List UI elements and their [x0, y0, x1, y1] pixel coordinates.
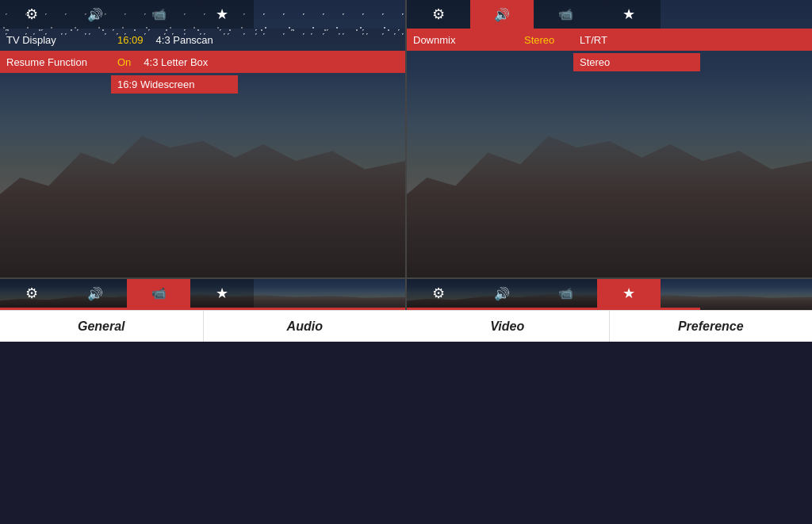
video-panel: ⚙ 🔊 📹 ★ Resolution 480I 480P 576I 576P 7…: [0, 278, 406, 310]
audio-content: ⚙ 🔊 📹 ★ Downmix Stereo LT/RT Stereo: [407, 0, 812, 73]
audio-opt-stereo-row[interactable]: Stereo: [573, 51, 812, 73]
pref-labels: Audio Eng Subtitle Off Disc Menu Eng Par…: [407, 308, 557, 310]
video-tab-gear[interactable]: ⚙: [0, 279, 63, 308]
video-row-resolution[interactable]: Resolution 480I: [0, 308, 405, 310]
audio-panel: ⚙ 🔊 📹 ★ Downmix Stereo LT/RT Stereo: [406, 0, 812, 278]
audio-downmix-value: Stereo: [518, 34, 573, 46]
general-content: ⚙ 🔊 📹 ★ TV Display 16:09 4:3 Panscan Res…: [0, 0, 405, 95]
general-panel: ⚙ 🔊 📹 ★ TV Display 16:09 4:3 Panscan Res…: [0, 0, 406, 278]
general-resume-label: Resume Function: [0, 56, 111, 68]
general-opt-letterbox: 4:3 Letter Box: [137, 56, 214, 68]
general-tvdisplay-value: 16:09: [111, 34, 150, 46]
pref-tab-video[interactable]: 📹: [534, 279, 597, 308]
video-tab-star[interactable]: ★: [190, 279, 254, 308]
general-opt-panscan: 4:3 Panscan: [150, 34, 220, 46]
general-tab-audio[interactable]: 🔊: [63, 0, 127, 29]
audio-tab-audio[interactable]: 🔊: [470, 0, 534, 29]
audio-tab-video[interactable]: 📹: [534, 0, 597, 29]
general-resume-value: On: [111, 56, 137, 68]
pref-opt-english-row[interactable]: English: [557, 308, 700, 310]
audio-opt-stereo: Stereo: [573, 53, 700, 71]
audio-label: Audio: [204, 311, 407, 342]
general-tab-video[interactable]: 📹: [127, 0, 190, 29]
general-opt-widescreen-row[interactable]: 16:9 Widescreen: [111, 73, 405, 95]
pref-row-audio[interactable]: Audio Eng: [407, 308, 557, 310]
general-row-resume[interactable]: Resume Function On 4:3 Letter Box: [0, 51, 405, 73]
video-tabbar: ⚙ 🔊 📹 ★: [0, 279, 405, 308]
general-tabbar: ⚙ 🔊 📹 ★: [0, 0, 405, 29]
pref-tabbar: ⚙ 🔊 📹 ★: [407, 279, 812, 308]
audio-tab-gear[interactable]: ⚙: [407, 0, 470, 29]
audio-downmix-label: Downmix: [407, 34, 518, 46]
audio-opt-ltrt: LT/RT: [573, 34, 614, 46]
video-tab-audio[interactable]: 🔊: [63, 279, 127, 308]
pref-tab-gear[interactable]: ⚙: [407, 279, 470, 308]
general-tab-star[interactable]: ★: [190, 0, 254, 29]
preference-panel: ⚙ 🔊 📹 ★ Audio Eng Subtitle Off: [406, 278, 812, 310]
audio-tabbar: ⚙ 🔊 📹 ★: [407, 0, 812, 29]
general-tab-gear[interactable]: ⚙: [0, 0, 63, 29]
pref-tab-audio[interactable]: 🔊: [470, 279, 534, 308]
audio-row-downmix[interactable]: Downmix Stereo LT/RT: [407, 29, 812, 51]
general-tvdisplay-label: TV Display: [0, 34, 111, 46]
video-label: Video: [406, 311, 610, 342]
preference-label: Preference: [610, 311, 813, 342]
general-row-tvdisplay[interactable]: TV Display 16:09 4:3 Panscan: [0, 29, 405, 51]
general-label: General: [0, 311, 204, 342]
pref-main: Audio Eng Subtitle Off Disc Menu Eng Par…: [407, 308, 812, 310]
general-opt-widescreen: 16:9 Widescreen: [111, 75, 238, 94]
audio-tab-star[interactable]: ★: [597, 0, 661, 29]
pref-content: ⚙ 🔊 📹 ★ Audio Eng Subtitle Off: [407, 279, 812, 310]
labels-row: General Audio Video Preference: [0, 310, 812, 342]
video-tab-video[interactable]: 📹: [127, 279, 190, 308]
pref-tab-star[interactable]: ★: [597, 279, 661, 308]
video-content: ⚙ 🔊 📹 ★ Resolution 480I 480P 576I 576P 7…: [0, 279, 405, 310]
pref-options: English German French Italian Spanish: [557, 308, 700, 310]
